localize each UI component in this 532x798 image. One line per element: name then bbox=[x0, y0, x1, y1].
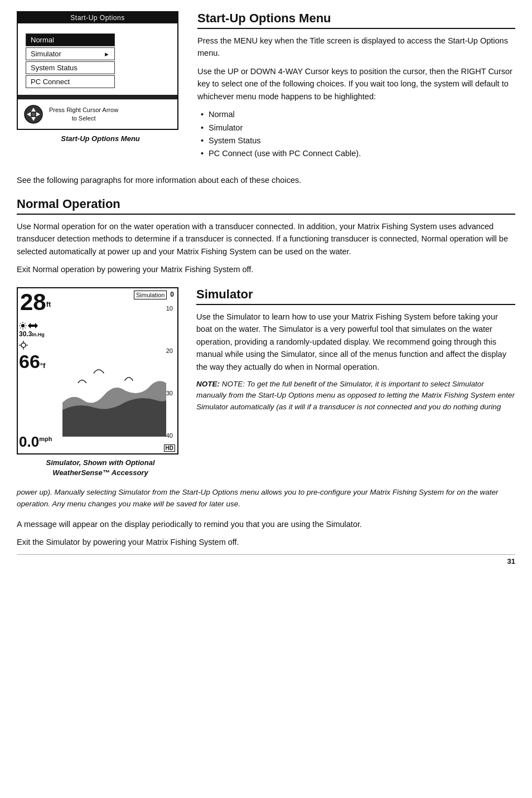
sim-screen-inner: 28ft Simulation 0 bbox=[18, 288, 177, 453]
simulator-body: Use the Simulator to learn how to use yo… bbox=[196, 311, 515, 373]
sim-temp-value: 66°f bbox=[19, 352, 45, 371]
simulator-full-italic: power up). Manually selecting Simulator … bbox=[17, 487, 515, 510]
sim-hd-label: HD bbox=[164, 444, 175, 452]
startup-intro: Press the MENU key when the Title screen… bbox=[197, 35, 515, 60]
choice-simulator: Simulator bbox=[209, 122, 515, 134]
sonar-echo-svg bbox=[62, 305, 166, 437]
normal-operation-section: Normal Operation Use Normal operation fo… bbox=[17, 197, 515, 276]
cursor-icon bbox=[23, 104, 43, 124]
svg-point-16 bbox=[21, 343, 26, 347]
menu-image-container: Start-Up Options Normal Simulator ► Syst… bbox=[17, 11, 184, 165]
svg-line-11 bbox=[20, 323, 21, 324]
menu-item-simulator[interactable]: Simulator ► bbox=[26, 47, 115, 60]
sim-speed-display: 0.0mph bbox=[19, 434, 52, 449]
menu-title-bar: Start-Up Options bbox=[18, 12, 177, 23]
sim-screen: 28ft Simulation 0 bbox=[17, 287, 178, 454]
sim-depth-marker-0: 0 bbox=[170, 291, 174, 298]
sim-depth-unit: ft bbox=[46, 300, 51, 308]
sim-caption: Simulator, Shown with OptionalWeatherSen… bbox=[17, 458, 184, 478]
simulator-exit: Exit the Simulator by powering your Matr… bbox=[17, 536, 515, 548]
arrows-icon bbox=[28, 323, 38, 328]
menu-item-normal[interactable]: Normal bbox=[26, 33, 115, 46]
simulator-note: NOTE: NOTE: To get the full benefit of t… bbox=[196, 379, 515, 413]
menu-content: Normal Simulator ► System Status PC Conn… bbox=[18, 23, 177, 95]
page-bottom: 31 bbox=[17, 554, 515, 565]
see-following-text: See the following paragraphs for more in… bbox=[17, 175, 515, 187]
normal-operation-body2: Exit Normal operation by powering your M… bbox=[17, 263, 515, 275]
sun-icon bbox=[19, 322, 27, 330]
sim-sun-small bbox=[19, 341, 45, 351]
sim-depth-value: 28 bbox=[20, 289, 46, 315]
svg-point-6 bbox=[21, 324, 25, 327]
svg-line-14 bbox=[20, 327, 21, 328]
sim-image-col: 28ft Simulation 0 bbox=[17, 287, 184, 478]
sim-baro-value: 30.3In.Hg bbox=[19, 330, 45, 338]
menu-caption: Start-Up Options Menu bbox=[17, 134, 184, 143]
sim-left-sidebar: 30.3In.Hg 66°f bbox=[19, 322, 45, 371]
sim-simulation-label: Simulation bbox=[134, 291, 167, 299]
sim-depth-markers: 10 20 30 40 bbox=[166, 305, 173, 439]
choice-system-status: System Status bbox=[209, 134, 515, 147]
startup-body: Use the UP or DOWN 4-WAY Cursor keys to … bbox=[197, 65, 515, 103]
simulator-arrow-icon: ► bbox=[104, 51, 110, 57]
sim-depth-display: 28ft bbox=[20, 291, 51, 314]
choice-pc-connect: PC Connect (use with PC Connect Cable). bbox=[209, 147, 515, 160]
normal-operation-body1: Use Normal operation for on the water op… bbox=[17, 220, 515, 258]
menu-box: Start-Up Options Normal Simulator ► Syst… bbox=[17, 11, 178, 130]
startup-options-title: Start-Up Options Menu bbox=[197, 11, 515, 29]
svg-line-13 bbox=[25, 323, 26, 324]
normal-operation-title: Normal Operation bbox=[17, 197, 515, 215]
simulator-title: Simulator bbox=[196, 287, 515, 305]
sim-content-col: Simulator Use the Simulator to learn how… bbox=[196, 287, 515, 478]
menu-item-system-status[interactable]: System Status bbox=[26, 61, 115, 74]
top-section: Start-Up Options Normal Simulator ► Syst… bbox=[17, 11, 515, 165]
page-number: 31 bbox=[507, 557, 515, 565]
svg-marker-15 bbox=[28, 323, 38, 328]
menu-instruction: Press Right Cursor Arrowto Select bbox=[49, 106, 118, 123]
menu-item-pc-connect[interactable]: PC Connect bbox=[26, 75, 115, 88]
sun-small-icon bbox=[19, 341, 28, 350]
sim-weather-row bbox=[19, 322, 45, 330]
choice-normal: Normal bbox=[209, 108, 515, 121]
simulator-remind: A message will appear on the display per… bbox=[17, 518, 515, 530]
startup-options-content: Start-Up Options Menu Press the MENU key… bbox=[197, 11, 515, 165]
svg-line-12 bbox=[25, 327, 26, 328]
startup-choices-list: Normal Simulator System Status PC Connec… bbox=[197, 108, 515, 160]
menu-bottom: Press Right Cursor Arrowto Select bbox=[18, 99, 177, 129]
sim-sonar-area bbox=[62, 305, 166, 437]
svg-point-5 bbox=[32, 113, 35, 116]
simulator-section: 28ft Simulation 0 bbox=[17, 287, 515, 478]
